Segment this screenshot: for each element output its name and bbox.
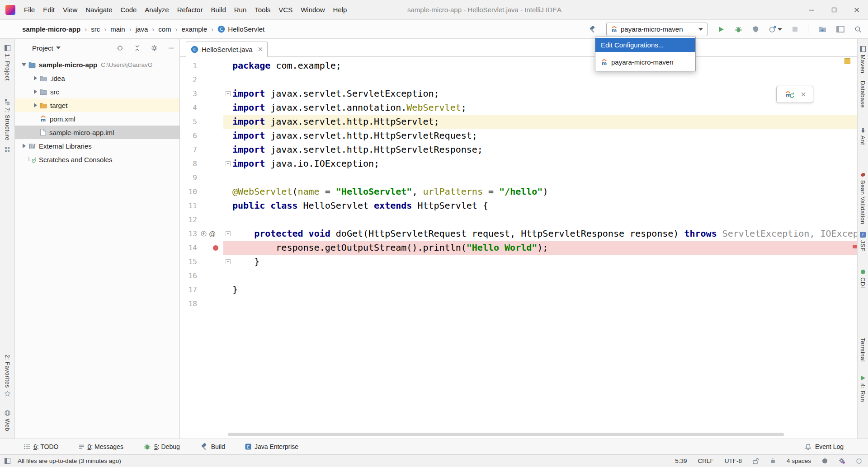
stripe-tab-grid[interactable] [5, 147, 10, 152]
toolwindow-button-build[interactable]: Build [200, 443, 225, 451]
event-log-button[interactable]: Event Log [805, 443, 868, 450]
tool-window-switcher-icon[interactable] [5, 458, 10, 464]
line-number[interactable]: 10 [180, 185, 197, 199]
line-number[interactable]: 15 [180, 255, 197, 269]
tree-item-idea[interactable]: .idea [15, 71, 179, 85]
menu-build[interactable]: Build [207, 0, 230, 19]
tree-item-sample-micro-app[interactable]: sample-micro-appC:\Users\jGauravG [15, 58, 179, 71]
menu-tools[interactable]: Tools [250, 0, 274, 19]
menu-vcs[interactable]: VCS [274, 0, 297, 19]
breadcrumb-item-src[interactable]: src [91, 25, 100, 33]
run-config-select[interactable]: m payara-micro-maven [606, 23, 708, 36]
fold-marker[interactable] [223, 161, 232, 166]
tree-item-target[interactable]: target [15, 98, 179, 112]
tree-item-external-libraries[interactable]: External Libraries [15, 139, 179, 153]
code-line-body[interactable]: import javax.servlet.http.HttpServlet; [223, 115, 857, 129]
stripe-tab-ant[interactable]: Ant [859, 127, 866, 145]
tree-arrow[interactable] [20, 63, 28, 66]
code-line-body[interactable]: } [223, 283, 857, 297]
status-widget-crlf[interactable]: CRLF [698, 458, 713, 464]
gear-badge-icon[interactable] [839, 458, 845, 464]
minimize-button[interactable] [800, 0, 823, 19]
breadcrumb-item-helloservlet[interactable]: CHelloServlet [217, 25, 264, 33]
fold-marker[interactable] [223, 231, 232, 236]
tree-arrow[interactable] [32, 76, 39, 80]
tree-item-src[interactable]: src [15, 85, 179, 98]
gutter-icons[interactable] [197, 283, 223, 297]
stripe-tab-4-run[interactable]: 4: Run [859, 375, 866, 402]
breadcrumb-item-sample-micro-app[interactable]: sample-micro-app [22, 25, 80, 33]
code-line-body[interactable] [223, 297, 857, 311]
gutter-icons[interactable] [197, 297, 223, 311]
menu-file[interactable]: File [20, 0, 39, 19]
code-line-body[interactable] [223, 171, 857, 185]
close-button[interactable] [845, 0, 868, 19]
tree-item-pom-xml[interactable]: mpom.xml [15, 112, 179, 126]
menu-run[interactable]: Run [230, 0, 251, 19]
lock-icon[interactable] [753, 458, 759, 464]
maximize-button[interactable] [823, 0, 845, 19]
status-widget-utf-8[interactable]: UTF-8 [725, 458, 742, 464]
toolwindow-button-java-enterprise[interactable]: EJava Enterprise [245, 443, 298, 450]
menu-window[interactable]: Window [297, 0, 329, 19]
stripe-tab-7-structure[interactable]: 7: Structure [4, 99, 11, 140]
line-number[interactable]: 13 [180, 227, 197, 241]
line-number[interactable]: 9 [180, 171, 197, 185]
folder-run-icon[interactable] [818, 26, 826, 33]
line-number[interactable]: 3 [180, 87, 197, 101]
code-line-body[interactable]: @WebServlet(name = "HelloServlet", urlPa… [223, 185, 857, 199]
stripe-tab-2-favorites[interactable]: 2: Favorites [4, 355, 11, 397]
menu-navigate[interactable]: Navigate [81, 0, 116, 19]
line-number[interactable]: 2 [180, 73, 197, 87]
gutter-icons[interactable]: @ [197, 227, 223, 241]
toolwindow-button-messages[interactable]: 0: Messages [79, 443, 123, 450]
coverage-icon[interactable] [752, 26, 759, 33]
line-number[interactable]: 12 [180, 213, 197, 227]
stripe-tab-1-project[interactable]: 1: Project [4, 45, 11, 81]
code-line-body[interactable] [223, 269, 857, 283]
code-line-body[interactable]: package com.example; [223, 59, 857, 73]
code-line-body[interactable] [223, 213, 857, 227]
line-number[interactable]: 11 [180, 199, 197, 213]
menu-view[interactable]: View [59, 0, 81, 19]
line-number[interactable]: 16 [180, 269, 197, 283]
toolwindow-button-todo[interactable]: 6: TODO [24, 443, 59, 450]
line-number[interactable]: 5 [180, 115, 197, 129]
breadcrumb-item-example[interactable]: example [182, 25, 208, 33]
stripe-tab-database[interactable]: Database [859, 81, 866, 108]
crosshair-icon[interactable] [117, 45, 123, 51]
tree-item-sample-micro-app-iml[interactable]: sample-micro-app.iml [15, 126, 179, 139]
stripe-tab-terminal[interactable]: Terminal [859, 338, 866, 362]
stripe-tab-maven[interactable]: Maven [859, 46, 866, 74]
code-line-body[interactable]: import javax.servlet.ServletException; [223, 87, 857, 101]
code-line-body[interactable]: protected void doGet(HttpServletRequest … [223, 227, 857, 241]
breadcrumb-item-com[interactable]: com [158, 25, 171, 33]
tree-arrow[interactable] [32, 103, 39, 107]
inspection-indicator[interactable] [844, 58, 850, 64]
gutter-icons[interactable] [197, 129, 223, 143]
fold-marker[interactable] [223, 259, 232, 264]
gutter-icons[interactable] [197, 199, 223, 213]
profiler-icon[interactable] [769, 26, 782, 33]
code-line-body[interactable]: import javax.servlet.http.HttpServletRes… [223, 143, 857, 157]
line-number[interactable]: 4 [180, 101, 197, 115]
toolwindow-button-debug[interactable]: 5: Debug [143, 443, 180, 450]
stripe-tab-bean-validation[interactable]: Bean Validation [859, 172, 866, 224]
fold-marker[interactable] [223, 91, 232, 96]
gutter-icons[interactable] [197, 255, 223, 269]
code-line-body[interactable]: response.getOutputStream().println("Hell… [223, 241, 857, 255]
gutter-icons[interactable] [197, 171, 223, 185]
line-number[interactable]: 18 [180, 297, 197, 311]
gutter-icons[interactable] [197, 73, 223, 87]
tree-arrow[interactable] [20, 144, 28, 148]
menu-code[interactable]: Code [116, 0, 141, 19]
circle-icon[interactable] [856, 458, 862, 464]
code-line-body[interactable]: import javax.servlet.http.HttpServletReq… [223, 129, 857, 143]
menu-analyze[interactable]: Analyze [141, 0, 173, 19]
code-line-body[interactable] [223, 73, 857, 87]
dropdown-item-payara-micro-maven[interactable]: mpayara-micro-maven [595, 55, 695, 69]
gutter-icons[interactable] [197, 157, 223, 171]
update-icon[interactable] [770, 458, 776, 464]
layout-icon[interactable] [836, 26, 844, 33]
stripe-tab-cdi[interactable]: CDI [859, 269, 866, 288]
